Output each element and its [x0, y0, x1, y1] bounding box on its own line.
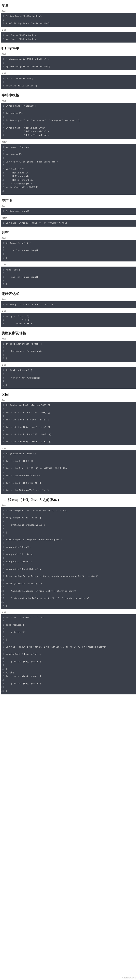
section: 区间Java1if (value >= 1 && value <= 100) {… — [0, 392, 137, 494]
code-line: 6 — [1, 470, 136, 474]
section: list 和 map ( 针对 Java 8 之前版本 )Java1List<I… — [0, 498, 137, 694]
language-label: Kotlin — [2, 364, 135, 366]
line-number: 2 — [1, 620, 6, 623]
code-block: 1name?.let {23 val len = name.length45} — [1, 267, 136, 288]
line-number: 5 — [1, 256, 6, 260]
line-number: 20 — [1, 686, 6, 689]
line-number: 15 — [1, 667, 6, 671]
code-text: for (int i = 100; i >= 0 ; i--) {} — [6, 425, 136, 429]
line-number: 1 — [1, 77, 6, 81]
code-block: 1if (obj instanceof Person) {23 Person p… — [1, 340, 136, 362]
line-number: 12 — [1, 186, 6, 189]
code-text: for (i in 100 downTo 1 step 2) {} — [6, 488, 136, 492]
line-number: 2 — [1, 245, 6, 249]
code-line: 20 — [1, 578, 136, 582]
code-text — [6, 564, 136, 568]
code-line: 21while (iterator.hasNext()) { — [1, 582, 136, 585]
code-text: "Hello Android\n" + — [6, 130, 136, 134]
code-line: 4 — [1, 415, 136, 418]
code-text: } — [6, 689, 136, 693]
code-text: String name = "hashun"; — [6, 104, 136, 108]
line-number: 3 — [1, 516, 6, 520]
code-line: 1print("Hello Kotlin"); — [1, 77, 136, 81]
code-block: 1if (obj is Person) {23 var p = obj //聪明… — [1, 367, 136, 388]
line-number: 13 — [1, 189, 6, 193]
language-label: Java — [2, 53, 135, 55]
code-line: 14 — [1, 557, 136, 560]
code-line: 12 — [1, 656, 136, 660]
code-line: 2 — [1, 620, 136, 623]
code-line: 7} — [1, 638, 136, 641]
code-text: var y = if (x > 6) — [6, 315, 136, 318]
code-text: map.put(2, "Kotlin"); — [6, 553, 136, 557]
line-number: 19 — [1, 575, 6, 578]
line-number: 5 — [1, 418, 6, 422]
code-line: 7String text = "Hello Kotlin\n" + — [1, 126, 136, 130]
language-label: Kotlin — [2, 29, 135, 31]
code-text: Person p = (Person) obj; — [6, 350, 136, 353]
line-number: 5 — [1, 283, 6, 286]
code-line: 5var msg = "I am $name , $age years old.… — [1, 160, 136, 164]
code-text: println("$key, $value") — [6, 660, 136, 663]
code-line: 10 — [1, 542, 136, 546]
language-label: Kotlin — [2, 72, 135, 75]
code-line: 11map.put(1, "Java"); — [1, 546, 136, 549]
code-text — [6, 678, 136, 682]
code-line: 9 "Hello TensorFlow"; — [1, 134, 136, 137]
code-text — [6, 535, 136, 538]
line-number: 16 — [1, 564, 6, 568]
code-text: final String lan = "Hello Kotlin"; — [6, 22, 136, 25]
code-text: List<Integer> list = Arrays.asList(1, 2,… — [6, 509, 136, 512]
code-text — [6, 641, 136, 645]
line-number: 19 — [1, 682, 6, 686]
code-text — [6, 422, 136, 425]
line-number: 8 — [1, 130, 6, 134]
line-number: 9 — [1, 645, 6, 649]
code-text — [6, 245, 136, 249]
code-line: 2 — [1, 108, 136, 111]
code-line: 4 — [1, 115, 136, 119]
code-text — [6, 61, 136, 65]
code-text: String text = "Hello Kotlin\n" + — [6, 126, 136, 130]
line-number: 6 — [1, 422, 6, 425]
line-number: 24 — [1, 593, 6, 597]
code-line: 1var name = "hashun" — [1, 145, 136, 149]
code-text: for(Integer value : list) { — [6, 516, 136, 520]
code-line: 2val lan = "Hello Kotlin" — [1, 37, 136, 41]
code-line: 8 — [1, 641, 136, 645]
code-text: } — [6, 531, 136, 535]
line-number: 6 — [1, 470, 6, 474]
code-line: 2 — [1, 149, 136, 153]
line-number: 25 — [1, 597, 6, 600]
code-line: 1var y = if (x > 6) — [1, 315, 136, 318]
code-line: 5 System.out.println(value); — [1, 523, 136, 527]
line-number: 2 — [1, 80, 6, 84]
code-text: var msg = "I am $name , $age years old." — [6, 160, 136, 164]
code-line: 5String msg = "I am " + name + ", " + ag… — [1, 119, 136, 123]
code-text — [6, 557, 136, 560]
line-number: 10 — [1, 649, 6, 652]
code-text: for (int i = 1; i <= 100 ; i+=2) {} — [6, 433, 136, 436]
code-block: 1String name = null; — [1, 208, 136, 215]
code-line: 11for (int i = 100; i >= 0 ; i-=2) {} — [1, 440, 136, 444]
code-text: |Hello Kotlin — [6, 171, 136, 175]
code-line: 11for (i in 100 downTo 1 step 2) {} — [1, 488, 136, 492]
code-text: list.forEach { — [6, 623, 136, 627]
code-line: 3 var p = obj //聪明的转换 — [1, 376, 136, 380]
line-number: 2 — [1, 372, 6, 376]
code-text: String msg = "I am " + name + ", " + age… — [6, 119, 136, 123]
line-number: 4 — [1, 520, 6, 523]
code-line: 6 — [1, 634, 136, 638]
code-line: 8 |Hello Kotlin — [1, 171, 136, 175]
line-number: 1 — [1, 452, 6, 456]
line-number: 6 — [1, 123, 6, 126]
code-text: int len = name.length; — [6, 249, 136, 253]
code-line: 21} — [1, 689, 136, 693]
language-label: Java — [2, 399, 135, 401]
code-text: int age = 25; — [6, 111, 136, 115]
line-number: 4 — [1, 253, 6, 256]
code-text — [6, 578, 136, 582]
language-label: Kotlin — [2, 263, 135, 266]
section: 判空Java1if (name != null) {23 int len = n… — [0, 230, 137, 288]
code-text — [6, 456, 136, 460]
